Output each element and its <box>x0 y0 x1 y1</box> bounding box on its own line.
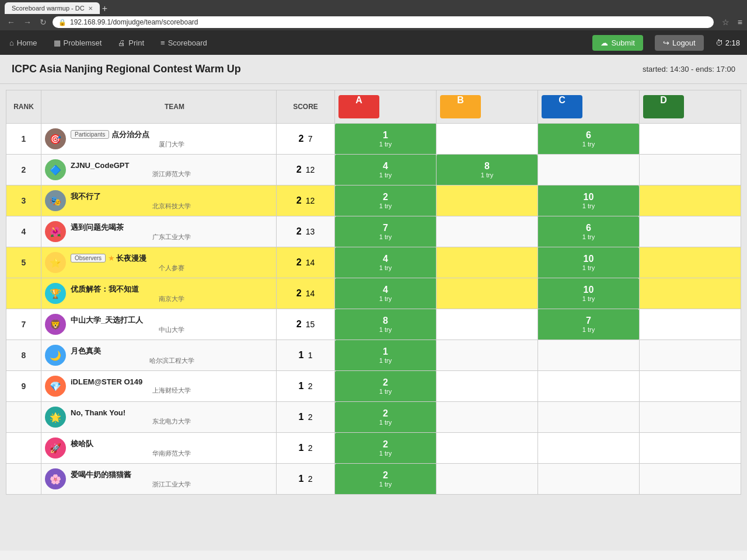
score-cell: 2 12 <box>277 155 335 186</box>
avatar: 💎 <box>45 376 66 397</box>
team-cell: 🌺遇到问题先喝茶广东工业大学 <box>41 216 277 247</box>
problem-try: 1 try <box>338 172 432 178</box>
problem-cell-D <box>639 433 741 464</box>
logout-icon: ↪ <box>663 38 669 47</box>
problem-cell-B <box>437 278 538 309</box>
problem-cell-D <box>639 247 741 278</box>
team-name: 遇到问题先喝茶 <box>71 222 124 233</box>
url-text: 192.168.99.1/domjudge/team/scoreboard <box>70 18 198 26</box>
logout-button[interactable]: ↪ Logout <box>655 35 704 51</box>
problem-try: 1 try <box>338 419 432 426</box>
problem-cell-C <box>537 464 639 495</box>
problem-cell-B <box>437 402 538 433</box>
active-tab[interactable]: Scoreboard warmup - DC ✕ <box>5 2 100 14</box>
problem-cell-B <box>437 464 538 495</box>
table-row: 🌸爱喝牛奶的猫猫酱浙江工业大学1 221 try <box>6 464 741 495</box>
problem-cell-A: 11 try <box>335 124 437 155</box>
solved-count: 2 <box>299 134 304 144</box>
score-cell: 2 14 <box>277 247 335 278</box>
avatar: 🌺 <box>45 221 66 242</box>
problem-cell-C: 101 try <box>537 247 639 278</box>
problem-cell-C <box>537 433 639 464</box>
problem-num: 10 <box>542 254 636 264</box>
team-info: 月色真美哈尔滨工程大学 <box>71 346 273 365</box>
team-info: 中山大学_天选打工人中山大学 <box>71 315 273 334</box>
nav-home[interactable]: ⌂ Home <box>7 38 40 47</box>
problem-cell-A: 21 try <box>335 464 437 495</box>
app-navbar: ⌂ Home ▦ Problemset 🖨 Print ≡ Scoreboard… <box>0 30 747 55</box>
nav-problemset[interactable]: ▦ Problemset <box>51 38 104 47</box>
avatar: 🌙 <box>45 345 66 366</box>
team-cell: 🎯Participants点分治分点厦门大学 <box>41 124 277 155</box>
team-school: 浙江工业大学 <box>71 480 273 489</box>
contest-title: ICPC Asia Nanjing Regional Contest Warm … <box>12 63 241 75</box>
rank-cell: 4 <box>6 216 41 247</box>
problem-cell-A: 41 try <box>335 155 437 186</box>
team-school: 东北电力大学 <box>71 417 273 426</box>
team-cell: 🦁中山大学_天选打工人中山大学 <box>41 309 277 340</box>
team-name: 点分治分点 <box>111 130 149 140</box>
tab-close-icon[interactable]: ✕ <box>88 5 93 12</box>
solved-count: 1 <box>299 381 304 391</box>
problem-try: 1 try <box>338 202 432 209</box>
lock-icon: 🔒 <box>58 19 67 26</box>
problem-cell-A: 41 try <box>335 247 437 278</box>
team-name: 中山大学_天选打工人 <box>71 315 143 326</box>
avatar: 🚀 <box>45 438 66 459</box>
table-row: 5⭐Observers★长夜漫漫个人参赛2 1441 try101 try <box>6 247 741 278</box>
team-info: 遇到问题先喝茶广东工业大学 <box>71 222 273 242</box>
team-name: 优质解答：我不知道 <box>71 284 139 295</box>
rank-cell: 8 <box>6 340 41 371</box>
back-button[interactable]: ← <box>5 16 18 28</box>
table-row: 🏆优质解答：我不知道南京大学2 1441 try101 try <box>6 278 741 309</box>
team-info: 爱喝牛奶的猫猫酱浙江工业大学 <box>71 470 273 489</box>
avatar: 🏆 <box>45 283 66 304</box>
problem-try: 1 try <box>338 326 432 333</box>
menu-icon[interactable]: ≡ <box>738 18 742 27</box>
problemset-icon: ▦ <box>54 38 61 47</box>
bookmark-icon[interactable]: ☆ <box>722 18 729 27</box>
contest-time: started: 14:30 - ends: 17:00 <box>643 65 735 74</box>
problem-num: 2 <box>338 470 432 481</box>
print-icon: 🖨 <box>118 38 125 47</box>
team-info: No, Thank You!东北电力大学 <box>71 408 273 426</box>
problem-try: 1 try <box>338 141 432 148</box>
refresh-button[interactable]: ↻ <box>37 16 49 28</box>
team-school: 厦门大学 <box>71 140 273 149</box>
solved-count: 1 <box>299 350 304 360</box>
main-content: ICPC Asia Nanjing Regional Contest Warm … <box>0 55 747 551</box>
problem-try: 1 try <box>542 295 636 302</box>
problem-cell-C <box>537 155 639 186</box>
team-cell: ⭐Observers★长夜漫漫个人参赛 <box>41 247 277 278</box>
problem-cell-A: 71 try <box>335 216 437 247</box>
submit-icon: ☁ <box>601 38 608 47</box>
submit-button[interactable]: ☁ Submit <box>592 35 643 51</box>
nav-print[interactable]: 🖨 Print <box>116 38 146 47</box>
url-bar[interactable]: 🔒 192.168.99.1/domjudge/team/scoreboard <box>53 16 714 28</box>
problem-num: 10 <box>542 285 636 295</box>
team-school: 南京大学 <box>71 295 273 303</box>
table-header-row: RANK TEAM SCORE A B <box>6 90 741 124</box>
problem-cell-C: 101 try <box>537 186 639 216</box>
table-row: 3🎭我不行了北京科技大学2 1221 try101 try <box>6 186 741 216</box>
problem-cell-C <box>537 402 639 433</box>
score-cell: 2 7 <box>277 124 335 155</box>
new-tab-icon[interactable]: + <box>102 4 107 14</box>
rank-cell <box>6 278 41 309</box>
nav-scoreboard[interactable]: ≡ Scoreboard <box>158 38 210 47</box>
problem-num: 1 <box>338 130 432 141</box>
forward-button[interactable]: → <box>21 16 34 28</box>
solved-count: 2 <box>296 226 302 236</box>
tab-title: Scoreboard warmup - DC <box>12 5 85 12</box>
team-cell: 🎭我不行了北京科技大学 <box>41 186 277 216</box>
problem-try: 1 try <box>338 264 432 271</box>
problem-num: 10 <box>542 192 636 202</box>
problem-cell-B <box>437 124 538 155</box>
rank-cell <box>6 402 41 433</box>
scoreboard-wrapper: RANK TEAM SCORE A B <box>0 84 747 501</box>
problem-cell-A: 21 try <box>335 371 437 402</box>
problem-try: 1 try <box>542 264 636 271</box>
team-cell: 🔷ZJNU_CodeGPT浙江师范大学 <box>41 155 277 186</box>
problem-try: 1 try <box>338 450 432 457</box>
problem-cell-B: 81 try <box>437 155 538 186</box>
